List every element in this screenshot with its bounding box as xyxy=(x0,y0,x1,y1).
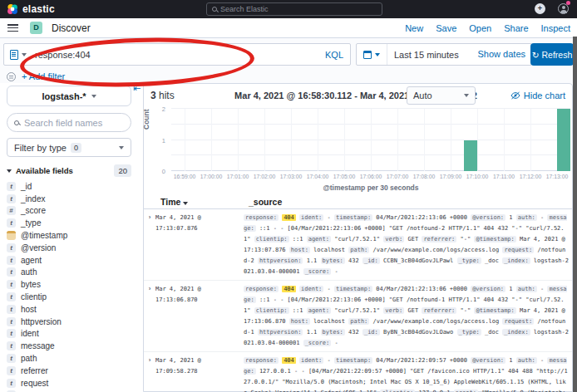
doc-source-cell: response: 404 ident: - timestamp: 04/Mar… xyxy=(244,284,572,349)
add-filter-link[interactable]: + Add filter xyxy=(22,71,65,81)
field-item-host[interactable]: thost xyxy=(7,303,133,316)
field-value: - xyxy=(540,214,544,221)
elastic-logo[interactable]: elastic xyxy=(0,3,55,15)
field-name-chip: httpversion: xyxy=(258,329,303,336)
field-search-input[interactable]: Search field names xyxy=(7,113,131,132)
collapse-sidebar-icon[interactable]: ⇤ xyxy=(133,83,141,94)
field-name-chip: auth: xyxy=(516,357,537,364)
query-input[interactable]: response:404 KQL xyxy=(3,43,351,66)
saved-query-chevron-icon[interactable] xyxy=(22,53,27,56)
field-name-chip: @timestamp: xyxy=(474,307,515,314)
nav-action-share[interactable]: Share xyxy=(504,23,528,33)
histogram-bar[interactable] xyxy=(557,109,570,171)
histogram-chart[interactable] xyxy=(171,109,570,171)
refresh-button[interactable]: ↻Refresh xyxy=(530,43,574,66)
field-item-index[interactable]: t_index xyxy=(7,193,133,205)
field-item-ident[interactable]: tident xyxy=(7,328,133,341)
calendar-icon[interactable] xyxy=(363,51,372,59)
query-text[interactable]: response:404 xyxy=(35,50,91,60)
field-item-bytes[interactable]: tbytes xyxy=(7,278,133,291)
field-item-score[interactable]: #_score xyxy=(7,205,133,218)
scrollbar[interactable] xyxy=(573,37,577,392)
help-icon[interactable]: + xyxy=(535,3,545,14)
field-name-chip: ident: xyxy=(299,214,323,221)
field-name-chip: httpversion: xyxy=(258,257,303,264)
refresh-label: Refresh xyxy=(542,50,573,60)
time-column-header[interactable]: Time xyxy=(160,197,188,207)
kql-language-button[interactable]: KQL xyxy=(325,50,343,60)
calendar-chevron-icon[interactable] xyxy=(375,53,380,56)
nav-action-new[interactable]: New xyxy=(405,23,423,33)
hide-chart-link[interactable]: Hide chart xyxy=(510,91,565,100)
field-item-timestamp[interactable]: @timestamp xyxy=(7,229,133,242)
gridline-vertical xyxy=(185,109,185,171)
field-item-agent[interactable]: tagent xyxy=(7,254,133,267)
field-value: - xyxy=(540,357,544,364)
field-name-chip: _type: xyxy=(457,257,481,264)
field-type-badge: t xyxy=(7,218,16,228)
field-name-chip: host: xyxy=(289,318,310,325)
available-fields-header[interactable]: Available fields 20 xyxy=(7,164,131,177)
field-name: message xyxy=(21,341,55,350)
field-type-badge: t xyxy=(7,182,16,191)
field-item-auth[interactable]: tauth xyxy=(7,267,133,279)
menu-icon[interactable] xyxy=(7,24,18,32)
doc-table-header: Time _source xyxy=(144,195,572,209)
search-icon xyxy=(14,120,19,125)
histogram-bar[interactable] xyxy=(464,140,477,172)
field-item-type[interactable]: t_type xyxy=(7,217,133,229)
nav-action-save[interactable]: Save xyxy=(436,23,456,33)
app-nav-bar: D Discover NewSaveOpenShareInspect xyxy=(0,18,577,38)
field-item-response[interactable]: tresponse xyxy=(7,390,133,392)
field-name: bytes xyxy=(21,280,41,289)
field-item-httpversion[interactable]: thttpversion xyxy=(7,316,133,328)
field-value: - xyxy=(334,340,338,346)
interval-select[interactable]: Auto xyxy=(407,86,476,105)
gridline-vertical xyxy=(477,109,478,171)
expand-row-icon[interactable]: › xyxy=(144,355,155,392)
field-value: GET xyxy=(408,307,419,314)
expand-row-icon[interactable]: › xyxy=(144,284,155,349)
chevron-down-icon xyxy=(119,146,124,149)
field-item-request[interactable]: trequest xyxy=(7,377,133,390)
x-tick-label: 17:07:00 xyxy=(387,174,408,179)
field-item-message[interactable]: tmessage xyxy=(7,340,133,352)
x-tick-label: 17:03:00 xyxy=(280,174,302,179)
field-value: 04/Mar/2021:22:13:06 +0000 xyxy=(376,286,467,292)
saved-query-icon[interactable] xyxy=(10,50,18,60)
field-name: ident xyxy=(21,329,39,338)
field-item-referrer[interactable]: treferrer xyxy=(7,365,133,377)
table-row: ›Mar 4, 2021 @ 17:09:58.278response: 404… xyxy=(144,352,572,392)
index-pattern-selector[interactable]: logstash-* xyxy=(7,86,131,106)
field-item-id[interactable]: t_id xyxy=(7,180,133,193)
field-item-path[interactable]: tpath xyxy=(7,352,133,365)
highlighted-value: 404 xyxy=(282,286,296,292)
doc-source-cell: response: 404 ident: - timestamp: 04/Mar… xyxy=(244,213,572,277)
field-name-chip: agent: xyxy=(307,307,331,314)
gridline-vertical xyxy=(291,109,292,171)
gridline-vertical xyxy=(397,109,398,171)
expand-row-icon[interactable]: › xyxy=(144,213,155,277)
search-icon xyxy=(212,7,217,12)
show-dates-link[interactable]: Show dates xyxy=(478,49,525,59)
field-name-chip: @version: xyxy=(471,214,505,221)
field-name: auth xyxy=(21,267,37,277)
field-item-clientip[interactable]: tclientip xyxy=(7,291,133,303)
nav-action-inspect[interactable]: Inspect xyxy=(541,23,570,33)
nav-action-open[interactable]: Open xyxy=(469,23,491,33)
field-item-version[interactable]: t@version xyxy=(7,242,133,254)
field-name-chip: verb: xyxy=(383,236,404,243)
time-range-label[interactable]: Last 15 minutes xyxy=(394,50,459,60)
x-tick-label: 17:11:00 xyxy=(493,174,515,179)
doc-time-cell: Mar 4, 2021 @ 17:09:58.278 xyxy=(155,355,244,392)
field-type-badge: t xyxy=(7,366,16,375)
global-search-input[interactable]: Search Elastic xyxy=(206,2,382,16)
filter-options-icon[interactable] xyxy=(7,72,16,81)
x-tick-label: 17:12:00 xyxy=(520,174,541,179)
filter-by-type-dropdown[interactable]: Filter by type 0 xyxy=(7,138,131,157)
field-value: - xyxy=(334,268,338,275)
x-tick-label: 17:05:00 xyxy=(333,174,355,179)
field-name-chip: response: xyxy=(244,286,279,292)
field-name-chip: _score: xyxy=(303,268,332,275)
field-value: CCBN_3cB04dGovJLPawl xyxy=(383,257,453,264)
